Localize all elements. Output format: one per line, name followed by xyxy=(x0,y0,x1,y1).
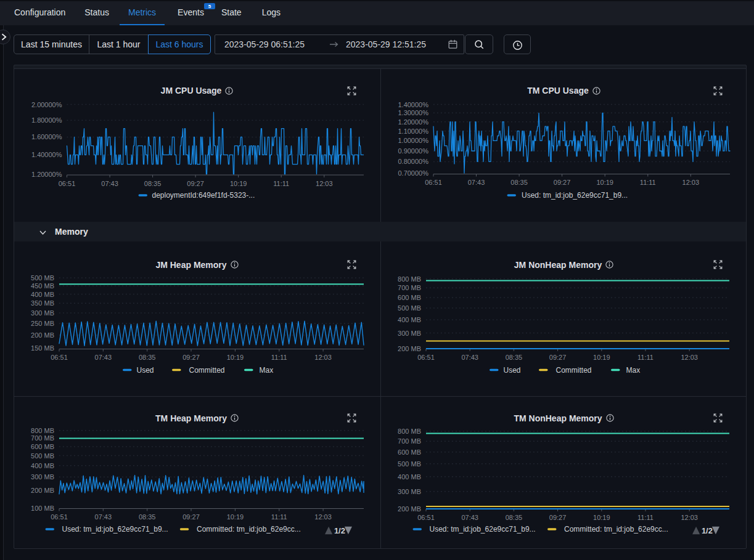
svg-text:500 MB: 500 MB xyxy=(398,304,421,312)
svg-text:09:27: 09:27 xyxy=(549,354,567,361)
svg-text:08:35: 08:35 xyxy=(144,179,162,187)
svg-text:06:51: 06:51 xyxy=(417,354,435,361)
svg-text:11:11: 11:11 xyxy=(271,513,287,521)
svg-text:300 MB: 300 MB xyxy=(398,488,421,495)
svg-text:800 MB: 800 MB xyxy=(398,428,421,435)
svg-text:2.00000%: 2.00000% xyxy=(31,100,62,108)
svg-text:0.70000%: 0.70000% xyxy=(398,169,428,177)
svg-text:12:03: 12:03 xyxy=(316,179,333,187)
svg-text:Committed: Committed xyxy=(189,366,225,375)
svg-text:700 MB: 700 MB xyxy=(398,284,421,291)
svg-text:350 MB: 350 MB xyxy=(31,299,54,307)
svg-text:1.00000%: 1.00000% xyxy=(398,137,428,144)
svg-text:07:43: 07:43 xyxy=(461,514,478,521)
svg-text:Used: tm_id:job_62e9cc71_b9...: Used: tm_id:job_62e9cc71_b9... xyxy=(430,525,536,534)
svg-text:1.80000%: 1.80000% xyxy=(31,116,62,124)
svg-text:11:11: 11:11 xyxy=(637,514,654,521)
svg-text:09:27: 09:27 xyxy=(554,179,571,186)
svg-text:07:43: 07:43 xyxy=(461,354,478,361)
svg-text:06:51: 06:51 xyxy=(51,354,68,361)
svg-text:200 MB: 200 MB xyxy=(31,487,54,494)
svg-text:09:27: 09:27 xyxy=(549,514,567,521)
svg-text:11:11: 11:11 xyxy=(640,179,656,186)
svg-text:Committed: tm_id:job_62e9cc...: Committed: tm_id:job_62e9cc... xyxy=(197,525,301,534)
svg-text:1.40000%: 1.40000% xyxy=(31,151,62,158)
svg-text:400 MB: 400 MB xyxy=(398,473,421,481)
svg-text:06:51: 06:51 xyxy=(417,514,435,521)
svg-text:11:11: 11:11 xyxy=(273,179,289,187)
svg-text:250 MB: 250 MB xyxy=(31,320,54,327)
svg-text:Max: Max xyxy=(260,366,274,375)
svg-text:12:03: 12:03 xyxy=(681,514,698,521)
svg-text:0.90000%: 0.90000% xyxy=(398,147,428,155)
svg-text:400 MB: 400 MB xyxy=(31,462,54,469)
svg-text:800 MB: 800 MB xyxy=(31,427,54,434)
svg-text:1.30000%: 1.30000% xyxy=(398,109,428,116)
svg-text:10:19: 10:19 xyxy=(593,514,610,521)
svg-text:Used: Used xyxy=(504,366,521,375)
svg-text:Used: tm_id:job_62e9cc71_b9...: Used: tm_id:job_62e9cc71_b9... xyxy=(522,191,628,200)
svg-text:07:43: 07:43 xyxy=(101,179,118,187)
svg-text:10:19: 10:19 xyxy=(227,513,244,521)
svg-text:400 MB: 400 MB xyxy=(398,316,421,323)
svg-text:700 MB: 700 MB xyxy=(31,434,54,442)
svg-text:12:03: 12:03 xyxy=(314,513,332,521)
svg-text:06:51: 06:51 xyxy=(59,179,76,187)
svg-text:500 MB: 500 MB xyxy=(398,460,421,468)
svg-text:200 MB: 200 MB xyxy=(398,505,421,513)
svg-text:1/2: 1/2 xyxy=(702,526,713,535)
svg-text:07:43: 07:43 xyxy=(468,179,485,186)
svg-text:11:11: 11:11 xyxy=(271,354,287,361)
svg-text:10:19: 10:19 xyxy=(593,354,610,361)
svg-text:700 MB: 700 MB xyxy=(398,437,421,445)
svg-text:600 MB: 600 MB xyxy=(398,448,421,456)
svg-text:12:03: 12:03 xyxy=(681,354,698,361)
svg-text:400 MB: 400 MB xyxy=(31,291,54,298)
svg-text:Committed: tm_id:job_62e9cc...: Committed: tm_id:job_62e9cc... xyxy=(564,525,668,534)
svg-text:300 MB: 300 MB xyxy=(398,330,421,337)
svg-text:08:35: 08:35 xyxy=(510,179,528,186)
svg-text:09:27: 09:27 xyxy=(182,513,200,521)
svg-text:300 MB: 300 MB xyxy=(31,473,54,481)
svg-text:10:19: 10:19 xyxy=(230,179,247,187)
svg-text:800 MB: 800 MB xyxy=(398,275,421,283)
svg-text:1.10000%: 1.10000% xyxy=(398,127,428,134)
svg-text:10:19: 10:19 xyxy=(227,354,244,361)
svg-text:09:27: 09:27 xyxy=(182,354,200,361)
svg-text:Used: Used xyxy=(137,366,154,375)
svg-text:06:51: 06:51 xyxy=(51,513,68,521)
svg-text:0.80000%: 0.80000% xyxy=(398,158,428,165)
svg-text:Used: tm_id:job_62e9cc71_b9...: Used: tm_id:job_62e9cc71_b9... xyxy=(62,525,168,534)
svg-text:07:43: 07:43 xyxy=(95,513,112,521)
svg-text:1.60000%: 1.60000% xyxy=(31,133,62,140)
svg-text:12:03: 12:03 xyxy=(682,179,700,186)
svg-text:200 MB: 200 MB xyxy=(31,331,54,339)
svg-text:150 MB: 150 MB xyxy=(31,344,54,352)
svg-text:08:35: 08:35 xyxy=(506,514,523,521)
svg-text:100 MB: 100 MB xyxy=(31,505,54,512)
svg-text:1.20000%: 1.20000% xyxy=(398,118,428,125)
svg-text:300 MB: 300 MB xyxy=(31,309,54,317)
svg-text:500 MB: 500 MB xyxy=(31,274,54,282)
svg-text:450 MB: 450 MB xyxy=(31,282,54,290)
svg-text:07:43: 07:43 xyxy=(95,354,112,361)
svg-text:11:11: 11:11 xyxy=(637,354,654,361)
svg-text:Committed: Committed xyxy=(556,366,592,375)
svg-text:500 MB: 500 MB xyxy=(31,452,54,460)
svg-text:200 MB: 200 MB xyxy=(398,345,421,352)
svg-text:1.40000%: 1.40000% xyxy=(398,100,428,108)
svg-text:08:35: 08:35 xyxy=(139,354,156,361)
svg-text:10:19: 10:19 xyxy=(596,179,613,186)
svg-text:09:27: 09:27 xyxy=(187,179,204,187)
svg-text:06:51: 06:51 xyxy=(425,179,442,186)
svg-text:08:35: 08:35 xyxy=(139,513,156,521)
svg-text:600 MB: 600 MB xyxy=(398,294,421,301)
svg-text:1.20000%: 1.20000% xyxy=(31,170,62,177)
svg-text:1/2: 1/2 xyxy=(334,526,345,535)
svg-text:deploymentId:649ef1fd-5323-...: deploymentId:649ef1fd-5323-... xyxy=(152,191,255,200)
svg-text:08:35: 08:35 xyxy=(506,354,523,361)
svg-text:600 MB: 600 MB xyxy=(31,443,54,450)
svg-text:12:03: 12:03 xyxy=(314,354,332,361)
svg-text:Max: Max xyxy=(626,366,641,375)
